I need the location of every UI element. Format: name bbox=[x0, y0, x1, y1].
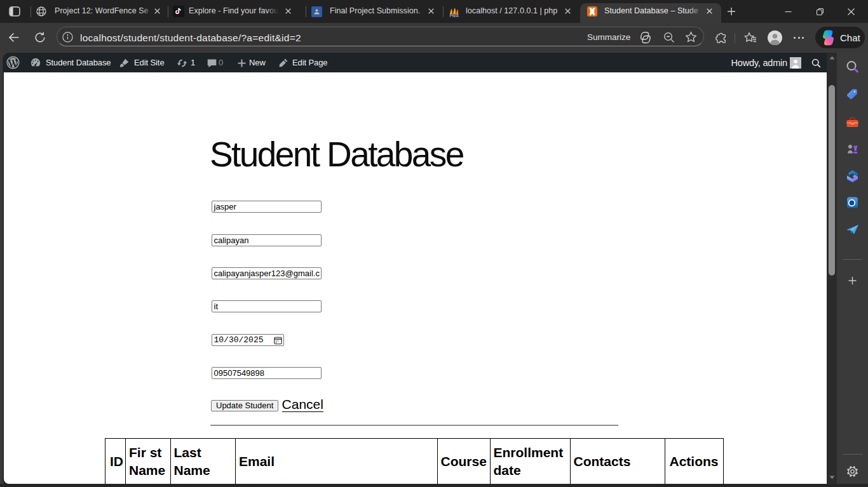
svg-text:PMA: PMA bbox=[450, 13, 459, 18]
